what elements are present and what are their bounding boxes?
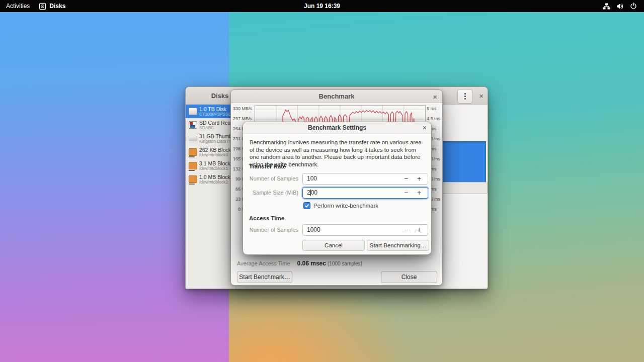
volume-strip	[442, 182, 488, 194]
volume-icon	[616, 3, 624, 10]
system-status-area[interactable]	[603, 3, 644, 10]
axis-tick-label: 297 MB/s	[231, 117, 252, 121]
app-menu-label: Disks	[49, 3, 65, 10]
sidebar-item-device[interactable]: 3.1 MB Block De/dev/mtdblock1	[186, 159, 236, 172]
at-number-of-samples-label: Number of Samples	[248, 224, 298, 236]
close-button[interactable]: Close	[381, 271, 437, 283]
app-menu-button[interactable]: Disks	[39, 3, 65, 10]
block-device-icon	[189, 162, 197, 169]
axis-tick-label: 5 ms	[427, 107, 437, 111]
benchmark-title: Benchmark	[319, 93, 355, 100]
at-number-of-samples-value: 1000	[307, 225, 320, 235]
disks-app-icon	[39, 3, 46, 10]
settings-close-icon[interactable]: ×	[423, 124, 427, 131]
axis-tick-label: 330 MB/s	[231, 107, 252, 111]
hamburger-menu-button[interactable]	[457, 89, 472, 104]
minus-icon[interactable]: −	[400, 225, 412, 235]
write-benchmark-checkbox[interactable]	[303, 202, 310, 209]
sidebar-item-device[interactable]: 1.0 MB Block De/dev/mtdblock2	[186, 172, 236, 186]
tr-number-of-samples-value: 100	[307, 173, 317, 184]
write-benchmark-label[interactable]: Perform write-benchmark	[313, 203, 378, 209]
transfer-rate-section-label: Transfer Rate	[249, 163, 286, 169]
block-device-icon	[189, 148, 197, 156]
sidebar-item-device[interactable]: 31 GB Thumb DrKingston DataTrav	[186, 132, 236, 145]
tr-number-of-samples-label: Number of Samples	[248, 173, 298, 185]
device-title: 1.0 TB Disk	[199, 106, 234, 112]
access-time-section-label: Access Time	[249, 215, 284, 221]
plus-icon[interactable]: +	[414, 188, 425, 198]
benchmark-titlebar: Benchmark ×	[231, 90, 442, 103]
benchmark-settings-dialog: Benchmark Settings × Benchmarking involv…	[243, 122, 432, 255]
minus-icon[interactable]: −	[400, 188, 412, 198]
sample-size-spinbox[interactable]: 200 − +	[302, 187, 428, 199]
start-benchmark-button[interactable]: Start Benchmark…	[237, 271, 292, 283]
plus-icon[interactable]: +	[414, 225, 425, 235]
network-icon	[603, 3, 610, 10]
average-access-time-note: (1000 samples)	[328, 261, 362, 266]
settings-title: Benchmark Settings	[308, 124, 366, 131]
block-device-icon	[189, 175, 197, 183]
average-access-time-value: 0.06 msec	[297, 260, 326, 267]
activities-button[interactable]: Activities	[6, 3, 30, 10]
write-benchmark-row: Perform write-benchmark	[303, 202, 378, 209]
at-number-of-samples-spinbox[interactable]: 1000 − +	[302, 224, 428, 236]
start-benchmarking-button[interactable]: Start Benchmarking…	[367, 240, 429, 251]
minus-icon[interactable]: −	[400, 173, 412, 184]
plus-icon[interactable]: +	[414, 173, 425, 184]
tr-number-of-samples-spinbox[interactable]: 100 − +	[302, 173, 428, 185]
volume-block[interactable]	[442, 141, 486, 183]
average-access-time-label: Average Access Time	[237, 260, 290, 266]
sd-card-icon	[189, 121, 197, 129]
device-subtitle: CT1000P3PSSD8	[199, 112, 234, 117]
sample-size-label: Sample Size (MiB)	[248, 187, 298, 199]
device-list: 1.0 TB DiskCT1000P3PSSD8SD Card ReaderSD…	[186, 105, 236, 289]
hard-disk-icon	[189, 108, 197, 115]
average-access-time-row: Average Access Time0.06 msec (1000 sampl…	[237, 260, 362, 267]
power-icon	[630, 3, 637, 10]
top-bar: Activities Disks Jun 19 16:39	[0, 0, 644, 12]
sidebar-item-device[interactable]: SD Card ReaderSDABC	[186, 118, 236, 132]
sample-size-value: 200	[307, 188, 317, 198]
disks-close-icon[interactable]: ×	[479, 92, 484, 100]
sidebar-item-device[interactable]: 262 KB Block De/dev/mtdblock0	[186, 145, 236, 159]
settings-titlebar: Benchmark Settings ×	[243, 122, 431, 134]
sidebar-item-device[interactable]: 1.0 TB DiskCT1000P3PSSD8	[186, 105, 236, 118]
thumb-drive-icon	[189, 136, 197, 141]
axis-tick-label: 4.5 ms	[427, 117, 440, 121]
cancel-button[interactable]: Cancel	[302, 240, 365, 251]
